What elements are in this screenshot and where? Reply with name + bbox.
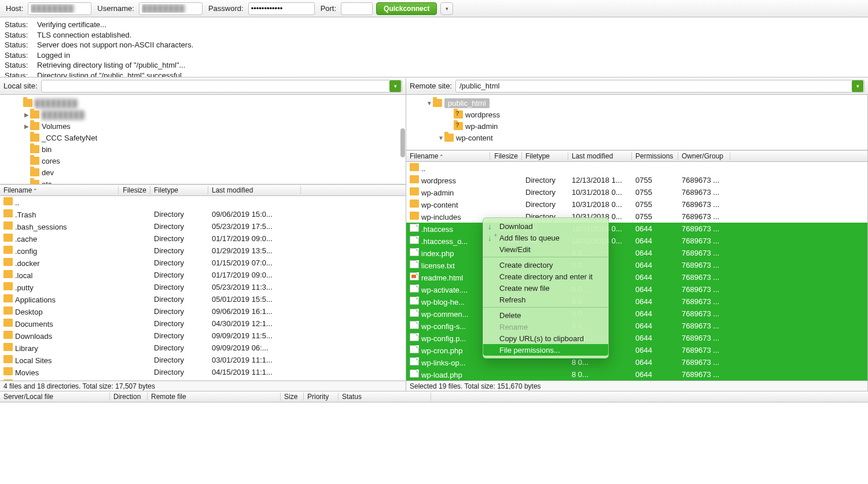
file-row[interactable]: .cacheDirectory01/17/2019 09:0... [0, 232, 406, 245]
file-row[interactable]: wp-includesDirectory10/31/2018 0...07557… [406, 210, 867, 223]
file-row[interactable]: Local SitesDirectory03/01/2019 11:1... [0, 354, 406, 366]
chevron-down-icon[interactable] [389, 80, 401, 92]
tree-item[interactable]: ▼wp-content [406, 132, 867, 143]
disclosure-triangle-icon[interactable]: ▶ [23, 123, 30, 130]
remote-file-list-header[interactable]: Filename⌃ Filesize Filetype Last modifie… [406, 150, 867, 162]
port-input[interactable] [341, 2, 373, 15]
tree-item[interactable]: _CCC SafetyNet [0, 132, 406, 143]
file-row[interactable]: .htaccess_o...168File10/31/2018 0...0644… [406, 235, 867, 247]
column-owner-group[interactable]: Owner/Group [678, 152, 730, 160]
column-remote-file[interactable]: Remote file [148, 393, 281, 401]
tree-item[interactable]: wp-admin [406, 120, 867, 132]
chevron-down-icon[interactable] [852, 80, 863, 92]
file-row[interactable]: wp-adminDirectory10/31/2018 0...07557689… [406, 186, 867, 198]
column-direction[interactable]: Direction [110, 393, 148, 401]
file-row[interactable]: wp-blog-he...8 0...06447689673 ... [406, 295, 867, 308]
column-size[interactable]: Size [281, 393, 304, 401]
folder-icon [3, 234, 13, 242]
column-filetype[interactable]: Filetype [522, 152, 568, 160]
tree-item[interactable]: wordpress [406, 109, 867, 120]
context-menu[interactable]: DownloadAdd files to queueView/EditCreat… [483, 217, 609, 359]
file-row[interactable]: wp-contentDirectory10/31/2018 0...075576… [406, 198, 867, 210]
file-row[interactable]: .localDirectory01/17/2019 09:0... [0, 269, 406, 281]
column-last-modified[interactable]: Last modified [208, 186, 301, 194]
disclosure-triangle-icon[interactable]: ▼ [437, 135, 444, 141]
file-row[interactable]: .bash_sessionsDirectory05/23/2019 17:5..… [0, 220, 406, 232]
file-row[interactable]: wp-config.p...19 1...06447689673 ... [406, 332, 867, 344]
column-status[interactable]: Status [339, 393, 431, 401]
file-row[interactable]: wp-cron.php8 0...06447689673 ... [406, 344, 867, 356]
column-permissions[interactable]: Permissions [632, 152, 678, 160]
file-row[interactable]: wordpressDirectory12/13/2018 1...0755768… [406, 174, 867, 186]
local-file-list[interactable]: ...TrashDirectory09/06/2019 15:0....bash… [0, 196, 406, 380]
file-row[interactable]: DocumentsDirectory04/30/2019 12:1... [0, 317, 406, 330]
file-row[interactable]: MusicDirectory03/07/2019 08:4... [0, 378, 406, 380]
file-row[interactable]: .puttyDirectory05/23/2019 11:3... [0, 281, 406, 293]
tree-item[interactable]: etc [0, 178, 406, 184]
file-row[interactable]: readme.html8 0...06447689673 ... [406, 271, 867, 283]
remote-directory-tree[interactable]: ▼public_htmlwordpresswp-admin▼wp-content [406, 95, 867, 150]
username-input[interactable] [139, 2, 203, 15]
transfer-queue[interactable] [0, 402, 868, 460]
menu-item[interactable]: Create directory [483, 259, 608, 271]
menu-item[interactable]: Add files to queue [483, 232, 608, 243]
file-row[interactable]: ApplicationsDirectory05/01/2019 15:5... [0, 293, 406, 305]
column-filename[interactable]: Filename⌃ [406, 152, 490, 160]
file-row[interactable]: .htaccess1,215File10/31/2018 0...0644768… [406, 223, 867, 235]
file-row[interactable]: wp-activate....8 0...06447689673 ... [406, 283, 867, 295]
disclosure-triangle-icon[interactable]: ▼ [426, 100, 433, 106]
column-filetype[interactable]: Filetype [150, 186, 208, 194]
file-row[interactable]: .. [0, 196, 406, 208]
tree-item[interactable]: cores [0, 155, 406, 167]
file-row[interactable]: wp-commen...8 0...06447689673 ... [406, 308, 867, 320]
local-file-list-header[interactable]: Filename⌃ Filesize Filetype Last modifie… [0, 184, 406, 196]
menu-item[interactable]: Refresh [483, 294, 608, 305]
column-priority[interactable]: Priority [304, 393, 339, 401]
local-directory-tree[interactable]: ████████▶████████▶Volumes_CCC SafetyNetb… [0, 95, 406, 184]
file-row[interactable]: wp-links-op...8 0...06447689673 ... [406, 356, 867, 368]
menu-item[interactable]: View/Edit [483, 243, 608, 255]
column-filesize[interactable]: Filesize [119, 186, 150, 194]
menu-item[interactable]: Create directory and enter it [483, 271, 608, 282]
file-row[interactable]: index.php8 0...06447689673 ... [406, 247, 867, 259]
disclosure-triangle-icon[interactable]: ▶ [23, 112, 30, 118]
file-row[interactable]: .TrashDirectory09/06/2019 15:0... [0, 208, 406, 220]
menu-item[interactable]: Copy URL(s) to clipboard [483, 332, 608, 344]
remote-site-combo[interactable]: /public_html [455, 80, 865, 93]
menu-item[interactable]: Download [483, 220, 608, 232]
scrollbar[interactable] [400, 128, 405, 157]
column-last-modified[interactable]: Last modified [568, 152, 632, 160]
tree-item[interactable]: ▼public_html [406, 97, 867, 109]
column-filename[interactable]: Filename⌃ [0, 186, 119, 194]
file-row[interactable]: license.txt8 0...06447689673 ... [406, 259, 867, 271]
file-row[interactable]: .dockerDirectory01/15/2019 07:0... [0, 257, 406, 269]
quickconnect-button[interactable]: Quickconnect [376, 2, 437, 15]
local-site-combo[interactable] [41, 80, 402, 93]
file-row[interactable]: DesktopDirectory09/06/2019 16:1... [0, 305, 406, 317]
file-row[interactable]: LibraryDirectory09/09/2019 06:... [0, 342, 406, 354]
menu-item[interactable]: Create new file [483, 282, 608, 294]
tree-item[interactable]: ▶Volumes [0, 120, 406, 132]
tree-item[interactable]: ████████ [0, 97, 406, 109]
host-label: Host: [6, 4, 23, 13]
column-server-local-file[interactable]: Server/Local file [0, 393, 110, 401]
remote-file-list[interactable]: ..wordpressDirectory12/13/2018 1...07557… [406, 162, 867, 380]
menu-item[interactable]: File permissions... [483, 344, 608, 356]
menu-item[interactable]: Delete [483, 309, 608, 321]
column-filesize[interactable]: Filesize [490, 152, 522, 160]
file-row[interactable]: DownloadsDirectory09/09/2019 11:5... [0, 330, 406, 342]
transfer-queue-header[interactable]: Server/Local file Direction Remote file … [0, 391, 868, 402]
password-input[interactable] [248, 2, 315, 15]
file-row[interactable]: wp-config-s...8 0...06447689673 ... [406, 320, 867, 332]
file-icon [410, 260, 419, 268]
file-row[interactable]: wp-load.php8 0...06447689673 ... [406, 368, 867, 380]
file-row[interactable]: .. [406, 162, 867, 174]
host-input[interactable] [28, 2, 91, 15]
file-row[interactable]: MoviesDirectory04/15/2019 11:1... [0, 366, 406, 378]
quickconnect-history-dropdown[interactable] [440, 2, 453, 15]
file-row[interactable]: .configDirectory01/29/2019 13:5... [0, 245, 406, 257]
tree-item[interactable]: bin [0, 143, 406, 155]
message-log[interactable]: Status:Verifying certificate...Status:TL… [0, 17, 868, 77]
tree-item[interactable]: dev [0, 167, 406, 178]
tree-item[interactable]: ▶████████ [0, 109, 406, 120]
